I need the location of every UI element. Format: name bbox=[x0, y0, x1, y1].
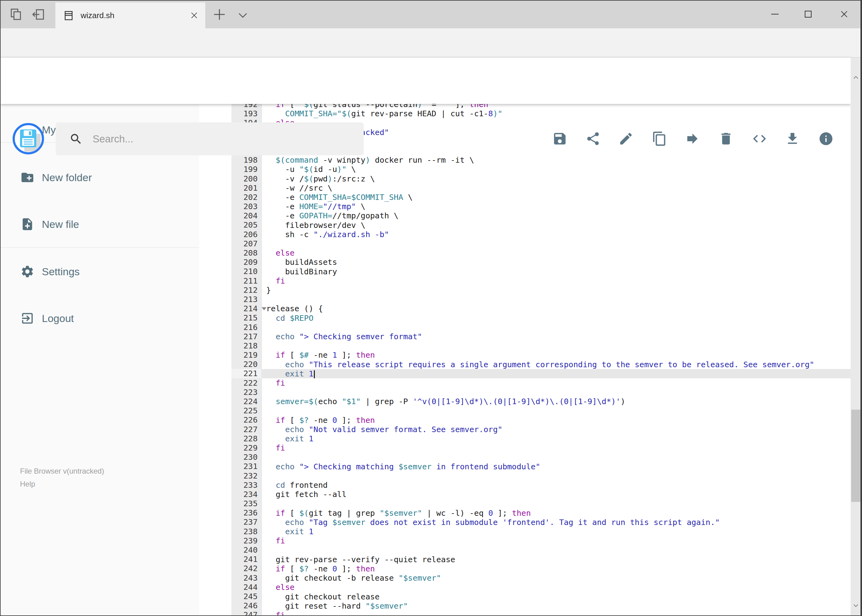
code-line[interactable] bbox=[262, 323, 851, 332]
line-number: 205 bbox=[232, 220, 261, 229]
code-token bbox=[266, 248, 276, 258]
version-text: File Browser v(untracked) bbox=[20, 467, 104, 475]
code-line[interactable]: git fetch --all bbox=[262, 490, 851, 499]
code-line[interactable]: release () { bbox=[262, 304, 851, 313]
line-number: 245 bbox=[232, 592, 261, 601]
code-token: | wc -l) -eq bbox=[422, 508, 489, 518]
code-line[interactable]: $(command -v winpty) docker run --rm -it… bbox=[262, 155, 851, 165]
code-line[interactable] bbox=[262, 453, 851, 462]
code-line[interactable]: echo "> Checking semver format" bbox=[262, 332, 851, 341]
code-line[interactable]: semver=$(echo "$1" | grep -P '^v(0|[1-9]… bbox=[262, 397, 851, 406]
code-line[interactable]: fi bbox=[262, 610, 851, 616]
code-line[interactable]: cd $REPO bbox=[262, 313, 851, 323]
code-line[interactable]: else bbox=[262, 583, 851, 592]
code-line[interactable]: git checkout release bbox=[262, 592, 851, 601]
code-line[interactable] bbox=[262, 239, 851, 248]
code-token: 1 bbox=[333, 350, 337, 360]
code-editor[interactable]: 1921931941951961971981992002012022032042… bbox=[199, 100, 851, 616]
code-token: fi bbox=[276, 378, 285, 388]
move-button[interactable] bbox=[685, 131, 700, 146]
code-line[interactable]: fi bbox=[262, 378, 851, 388]
code-token: release () { bbox=[266, 304, 323, 313]
code-line[interactable] bbox=[262, 545, 851, 555]
code-line[interactable] bbox=[262, 499, 851, 508]
code-line[interactable] bbox=[262, 388, 851, 397]
code-token: in frontend submodule" bbox=[432, 462, 540, 471]
code-line[interactable]: filebrowser/dev \ bbox=[262, 220, 851, 230]
copy-button[interactable] bbox=[652, 131, 667, 146]
scroll-up-icon[interactable] bbox=[853, 74, 859, 80]
code-line[interactable]: exit 1 bbox=[262, 527, 851, 536]
code-line[interactable]: echo "This release script requires a sin… bbox=[262, 360, 851, 369]
code-content[interactable]: if [ "$(git status --porcelain)" = "" ];… bbox=[262, 100, 851, 616]
active-tab[interactable]: wizard.sh bbox=[55, 2, 205, 28]
code-line[interactable]: else bbox=[262, 248, 851, 258]
code-line[interactable]: -e HOME="//tmp" \ bbox=[262, 202, 851, 211]
code-line[interactable]: fi bbox=[262, 536, 851, 545]
save-button[interactable] bbox=[552, 131, 567, 146]
set-tabs-aside-icon[interactable] bbox=[31, 7, 45, 22]
code-line[interactable]: echo "Not valid semver format. See semve… bbox=[262, 425, 851, 434]
code-line[interactable]: buildAssets bbox=[262, 258, 851, 267]
share-button[interactable] bbox=[585, 131, 601, 146]
code-line[interactable]: fi bbox=[262, 443, 851, 453]
delete-button[interactable] bbox=[718, 131, 734, 146]
code-token: [ bbox=[285, 508, 299, 518]
tab-preview-chevron-icon[interactable] bbox=[236, 9, 249, 22]
sidebar-item-new-folder[interactable]: New folder bbox=[1, 160, 199, 194]
tab-close-icon[interactable] bbox=[186, 7, 203, 24]
code-token: COMMIT_SHA="$( bbox=[285, 109, 351, 118]
code-line[interactable]: -e GOPATH=//tmp/gopath \ bbox=[262, 211, 851, 220]
info-button[interactable] bbox=[818, 131, 834, 146]
code-line[interactable]: buildBinary bbox=[262, 267, 851, 276]
minimize-button[interactable] bbox=[760, 1, 790, 28]
raw-code-button[interactable] bbox=[752, 131, 767, 146]
code-line[interactable] bbox=[262, 406, 851, 415]
code-token: \ bbox=[403, 193, 413, 202]
scrollbar-thumb[interactable] bbox=[851, 410, 861, 502]
scroll-down-icon[interactable] bbox=[853, 602, 859, 609]
code-line[interactable]: git reset --hard "$semver" bbox=[262, 601, 851, 610]
code-line[interactable]: if [ $? -ne 0 ]; then bbox=[262, 415, 851, 425]
code-line[interactable]: -v /$(pwd):/src:z \ bbox=[262, 174, 851, 183]
new-tab-button[interactable] bbox=[212, 7, 227, 22]
code-line[interactable]: git checkout -b release "$semver" bbox=[262, 573, 851, 583]
close-button[interactable] bbox=[829, 1, 860, 28]
download-button[interactable] bbox=[785, 131, 800, 146]
code-line[interactable]: if [ $# -ne 1 ]; then bbox=[262, 350, 851, 360]
code-line[interactable]: if [ $? -ne 0 ]; then bbox=[262, 564, 851, 573]
code-line[interactable] bbox=[262, 295, 851, 304]
sidebar-item-logout[interactable]: Logout bbox=[1, 302, 199, 335]
tab-preview-icon[interactable] bbox=[9, 7, 23, 22]
search-bar[interactable]: Search... bbox=[56, 123, 364, 155]
code-line[interactable]: fi bbox=[262, 276, 851, 285]
code-line[interactable]: cd frontend bbox=[262, 480, 851, 490]
code-token: then bbox=[356, 350, 375, 360]
line-number: 237 bbox=[232, 517, 261, 526]
code-line[interactable]: } bbox=[262, 285, 851, 295]
code-line[interactable]: git rev-parse --verify --quiet release bbox=[262, 555, 851, 564]
code-line[interactable] bbox=[262, 471, 851, 480]
line-number: 207 bbox=[232, 239, 261, 248]
filebrowser-logo[interactable] bbox=[13, 123, 44, 154]
code-line[interactable]: if [ $(git tag | grep "$semver" | wc -l)… bbox=[262, 508, 851, 518]
page-scrollbar[interactable] bbox=[851, 58, 861, 616]
rename-button[interactable] bbox=[618, 131, 633, 146]
maximize-button[interactable] bbox=[793, 1, 824, 28]
help-link[interactable]: Help bbox=[20, 480, 35, 489]
code-line[interactable]: echo "> Checking matching $semver in fro… bbox=[262, 462, 851, 471]
code-line[interactable]: -e COMMIT_SHA=$COMMIT_SHA \ bbox=[262, 193, 851, 202]
code-line[interactable]: echo "Tag $semver does not exist in subm… bbox=[262, 518, 851, 527]
sidebar-item-new-file[interactable]: New file bbox=[1, 207, 199, 241]
text-cursor bbox=[314, 370, 315, 378]
sidebar-item-settings[interactable]: Settings bbox=[1, 255, 199, 289]
code-token: if bbox=[276, 415, 285, 425]
code-line[interactable]: exit 1 bbox=[262, 369, 851, 378]
code-line[interactable]: -u "$(id -u)" \ bbox=[262, 165, 851, 174]
code-line[interactable]: COMMIT_SHA="$(git rev-parse HEAD | cut -… bbox=[262, 109, 851, 118]
code-line[interactable]: exit 1 bbox=[262, 434, 851, 443]
line-number: 209 bbox=[232, 258, 261, 267]
code-line[interactable]: -w //src \ bbox=[262, 183, 851, 193]
code-line[interactable]: sh -c "./wizard.sh -b" bbox=[262, 230, 851, 239]
code-line[interactable] bbox=[262, 341, 851, 350]
